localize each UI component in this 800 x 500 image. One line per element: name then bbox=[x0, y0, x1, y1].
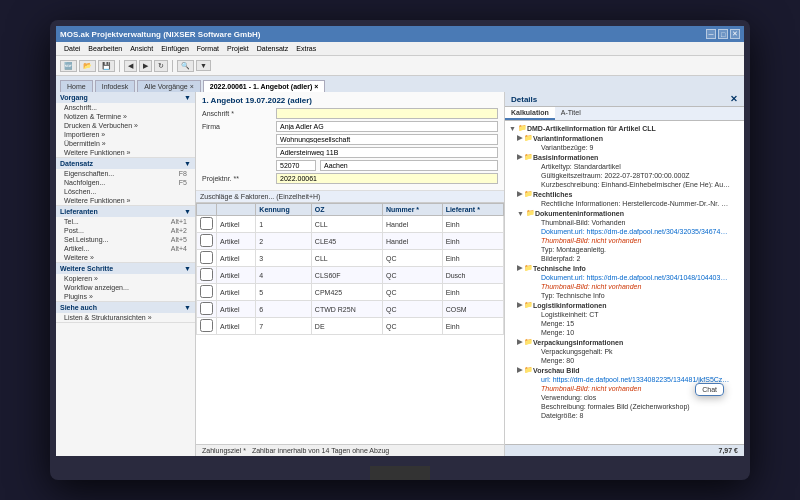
row1-checkbox[interactable] bbox=[200, 217, 213, 230]
sidebar-uebermitteln[interactable]: Übermitteln » bbox=[56, 139, 195, 148]
sidebar-listen[interactable]: Listen & Strukturansichten » bbox=[56, 313, 195, 322]
sidebar-vorgang-header[interactable]: Vorgang ▼ bbox=[56, 92, 195, 103]
toolbar-forward[interactable]: ▶ bbox=[139, 60, 152, 72]
tab-home[interactable]: Home bbox=[60, 80, 93, 92]
row6-checkbox[interactable] bbox=[200, 302, 213, 315]
menu-einfuegen[interactable]: Einfügen bbox=[157, 45, 193, 52]
sidebar-workflow[interactable]: Workflow anzeigen... bbox=[56, 283, 195, 292]
row4-checkbox[interactable] bbox=[200, 268, 213, 281]
menu-projekt[interactable]: Projekt bbox=[223, 45, 253, 52]
sidebar-datensatz-header[interactable]: Datensatz ▼ bbox=[56, 158, 195, 169]
chat-popup[interactable]: Chat bbox=[695, 383, 724, 396]
sidebar-weitere-funktionen[interactable]: Weitere Funktionen » bbox=[56, 148, 195, 157]
sidebar-artikel[interactable]: Artikel... Alt+4 bbox=[56, 244, 195, 253]
sidebar-loeschen[interactable]: Löschen... bbox=[56, 187, 195, 196]
sidebar-section-weitere-schritte: Weitere Schritte ▼ Kopieren » Workflow a… bbox=[56, 263, 195, 302]
tree-verpackung[interactable]: ▶ 📁 Verpackungsinformationen bbox=[515, 337, 742, 347]
table-row[interactable]: Artikel 5 CPM425 QC Einh bbox=[197, 284, 504, 301]
tab-infodesk[interactable]: Infodesk bbox=[95, 80, 135, 92]
tree-technische-children: Dokument.url: https://dm-de.dafpool.net/… bbox=[515, 273, 742, 300]
sidebar-tel[interactable]: Tel... Alt+1 bbox=[56, 217, 195, 226]
table-row[interactable]: Artikel 3 CLL QC Einh bbox=[197, 250, 504, 267]
sidebar-notizen[interactable]: Notizen & Termine » bbox=[56, 112, 195, 121]
close-button[interactable]: ✕ bbox=[730, 29, 740, 39]
menu-datei[interactable]: Datei bbox=[60, 45, 84, 52]
form-row-branche bbox=[202, 134, 498, 145]
right-tab-atitel[interactable]: A-Titel bbox=[555, 107, 587, 120]
row5-lieferant: QC bbox=[383, 284, 443, 301]
firma-input[interactable] bbox=[276, 121, 498, 132]
sidebar-lieferanten-header[interactable]: Lieferanten ▼ bbox=[56, 206, 195, 217]
stand-neck bbox=[370, 466, 430, 480]
table-row[interactable]: Artikel 7 DE QC Einh bbox=[197, 318, 504, 335]
sidebar-drucken[interactable]: Drucken & Verbuchen » bbox=[56, 121, 195, 130]
tree-logistik[interactable]: ▶ 📁 Logistikinformationen bbox=[515, 300, 742, 310]
col-nummer: OZ bbox=[311, 204, 382, 216]
list-item: Beschreibung: formales Bild (Zeichenwork… bbox=[523, 402, 742, 411]
basisinfo-item2: Kurzbeschreibung: Einhand-Einhebelmische… bbox=[541, 181, 731, 188]
list-item[interactable]: Dokument.url: https://dm-de.dafpool.net/… bbox=[523, 227, 742, 236]
branche-input[interactable] bbox=[276, 134, 498, 145]
row2-checkbox[interactable] bbox=[200, 234, 213, 247]
plz-input[interactable] bbox=[276, 160, 316, 171]
maximize-button[interactable]: □ bbox=[718, 29, 728, 39]
minimize-button[interactable]: ─ bbox=[706, 29, 716, 39]
tab-alle-vorgange[interactable]: Alle Vorgänge × bbox=[137, 80, 201, 92]
tree-root[interactable]: ▼ 📁 DMD-Artikelinformation für Artikel C… bbox=[507, 123, 742, 133]
adresse-input[interactable] bbox=[276, 147, 498, 158]
toolbar-search[interactable]: 🔍 bbox=[177, 60, 194, 72]
form-row-firma: Firma bbox=[202, 121, 498, 132]
tree-vorschau[interactable]: ▶ 📁 Vorschau Bild bbox=[515, 365, 742, 375]
right-panel-close[interactable]: ✕ bbox=[730, 94, 738, 104]
tree-rechtliches[interactable]: ▶ 📁 Rechtliches bbox=[515, 189, 742, 199]
tree-variantinfo[interactable]: ▶ 📁 Variantinformationen bbox=[515, 133, 742, 143]
table-row[interactable]: Artikel 4 CLS60F QC Dusch bbox=[197, 267, 504, 284]
row5-checkbox[interactable] bbox=[200, 285, 213, 298]
tree-technische[interactable]: ▶ 📁 Technische Info bbox=[515, 263, 742, 273]
tree-basisinfo[interactable]: ▶ 📁 Basisinformationen bbox=[515, 152, 742, 162]
tree-dokumente[interactable]: ▼ 📁 Dokumenteninformationen bbox=[515, 208, 742, 218]
toolbar-open[interactable]: 📂 bbox=[79, 60, 96, 72]
sidebar-kopieren[interactable]: Kopieren » bbox=[56, 274, 195, 283]
row5-l: Einh bbox=[442, 284, 503, 301]
sidebar-nachfolgen[interactable]: Nachfolgen... F5 bbox=[56, 178, 195, 187]
sidebar-weitere[interactable]: Weitere » bbox=[56, 253, 195, 262]
table-row[interactable]: Artikel 1 CLL Handel Einh bbox=[197, 216, 504, 233]
toolbar-refresh[interactable]: ↻ bbox=[154, 60, 168, 72]
table-row[interactable]: Artikel 2 CLE45 Handel Einh bbox=[197, 233, 504, 250]
toolbar-save[interactable]: 💾 bbox=[98, 60, 115, 72]
table-row[interactable]: Artikel 6 CTWD R25N QC COSM bbox=[197, 301, 504, 318]
sidebar-weitere-funktionen2[interactable]: Weitere Funktionen » bbox=[56, 196, 195, 205]
right-tab-kalkulation[interactable]: Kalkulation bbox=[505, 107, 555, 120]
toolbar-filter[interactable]: ▼ bbox=[196, 60, 211, 71]
list-item[interactable]: Dokument.url: https://dm-de.dafpool.net/… bbox=[523, 273, 742, 282]
toolbar-back[interactable]: ◀ bbox=[124, 60, 137, 72]
toolbar-sep2 bbox=[172, 60, 173, 72]
sidebar-anschrift[interactable]: Anschrift... bbox=[56, 103, 195, 112]
menu-ansicht[interactable]: Ansicht bbox=[126, 45, 157, 52]
ort-input[interactable] bbox=[320, 160, 498, 171]
menu-bearbeiten[interactable]: Bearbeiten bbox=[84, 45, 126, 52]
menu-datensatz[interactable]: Datensatz bbox=[253, 45, 293, 52]
list-item: Dateigröße: 8 bbox=[523, 411, 742, 420]
anschrift-input[interactable] bbox=[276, 108, 498, 119]
row5-oz: 5 bbox=[256, 284, 312, 301]
sidebar-sel-leistung[interactable]: Sel.Leistung... Alt+5 bbox=[56, 235, 195, 244]
sidebar-post[interactable]: Post... Alt+2 bbox=[56, 226, 195, 235]
list-item: Menge: 15 bbox=[523, 319, 742, 328]
menu-extras[interactable]: Extras bbox=[292, 45, 320, 52]
sidebar-weitere-schritte-header[interactable]: Weitere Schritte ▼ bbox=[56, 263, 195, 274]
projektnummer-input[interactable] bbox=[276, 173, 498, 184]
menu-format[interactable]: Format bbox=[193, 45, 223, 52]
row3-checkbox[interactable] bbox=[200, 251, 213, 264]
row3-l: Einh bbox=[442, 250, 503, 267]
sidebar-eigenschaften[interactable]: Eigenschaften... F8 bbox=[56, 169, 195, 178]
row7-checkbox[interactable] bbox=[200, 319, 213, 332]
form-row-adresse bbox=[202, 147, 498, 158]
tree-group-technische: ▶ 📁 Technische Info Dokument.url: https:… bbox=[507, 263, 742, 300]
sidebar-siehe-auch-header[interactable]: Siehe auch ▼ bbox=[56, 302, 195, 313]
toolbar-new[interactable]: 🆕 bbox=[60, 60, 77, 72]
sidebar-importieren[interactable]: Importieren » bbox=[56, 130, 195, 139]
sidebar-plugins[interactable]: Plugins » bbox=[56, 292, 195, 301]
tab-angebot[interactable]: 2022.00061 - 1. Angebot (adler) × bbox=[203, 80, 325, 92]
